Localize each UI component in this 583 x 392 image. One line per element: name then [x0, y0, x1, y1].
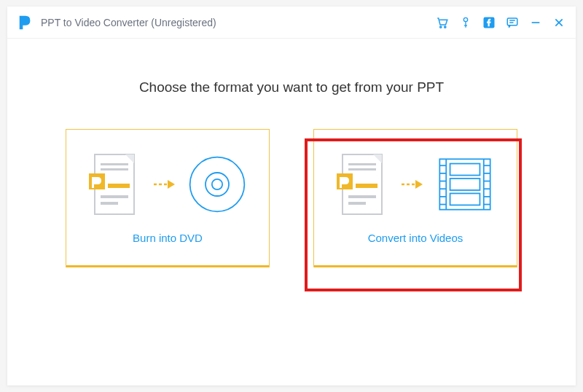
video-film-icon: [436, 155, 494, 213]
svg-rect-35: [439, 159, 490, 209]
svg-point-22: [190, 157, 245, 212]
svg-rect-32: [348, 202, 366, 205]
app-window: PPT to Video Converter (Unregistered) Ch…: [7, 7, 576, 385]
arrow-right-icon: [401, 177, 423, 192]
svg-point-0: [440, 26, 442, 27]
svg-rect-30: [356, 184, 377, 188]
svg-rect-40: [450, 193, 480, 205]
option-convert-video-label: Convert into Videos: [314, 232, 517, 254]
ppt-document-icon: [89, 153, 140, 216]
svg-marker-21: [168, 180, 175, 189]
svg-point-23: [206, 173, 229, 196]
titlebar-actions: [436, 16, 566, 29]
option-convert-video[interactable]: Convert into Videos: [313, 129, 517, 267]
key-icon[interactable]: [459, 16, 472, 29]
format-options: Burn into DVD: [7, 129, 576, 267]
svg-rect-27: [348, 163, 376, 165]
svg-marker-34: [415, 180, 423, 189]
svg-rect-17: [108, 184, 130, 188]
option-convert-video-graphic: [314, 130, 517, 232]
svg-point-2: [463, 17, 467, 21]
ppt-document-icon: [337, 153, 388, 216]
svg-point-1: [445, 26, 446, 27]
feedback-icon[interactable]: [506, 16, 519, 29]
app-logo-icon: [17, 15, 34, 31]
cart-icon[interactable]: [436, 16, 449, 29]
facebook-icon[interactable]: [482, 16, 496, 29]
svg-rect-19: [101, 202, 118, 205]
svg-rect-31: [348, 195, 376, 198]
svg-rect-18: [101, 195, 128, 198]
option-burn-dvd[interactable]: Burn into DVD: [66, 129, 270, 267]
option-burn-dvd-graphic: [66, 130, 269, 232]
page-heading: Choose the format you want to get from y…: [7, 79, 576, 95]
arrow-right-icon: [153, 177, 175, 192]
titlebar: PPT to Video Converter (Unregistered): [7, 7, 576, 39]
svg-rect-6: [507, 18, 517, 26]
dvd-disc-icon: [188, 155, 246, 213]
svg-rect-28: [348, 168, 376, 170]
main-content: Choose the format you want to get from y…: [7, 39, 576, 267]
svg-point-24: [212, 179, 222, 189]
svg-rect-38: [450, 164, 480, 176]
svg-rect-14: [101, 163, 128, 165]
close-icon[interactable]: [552, 16, 566, 29]
svg-rect-15: [101, 168, 128, 170]
window-title: PPT to Video Converter (Unregistered): [41, 17, 436, 28]
minimize-icon[interactable]: [529, 16, 542, 29]
option-burn-dvd-label: Burn into DVD: [66, 232, 269, 254]
svg-rect-39: [450, 179, 480, 190]
